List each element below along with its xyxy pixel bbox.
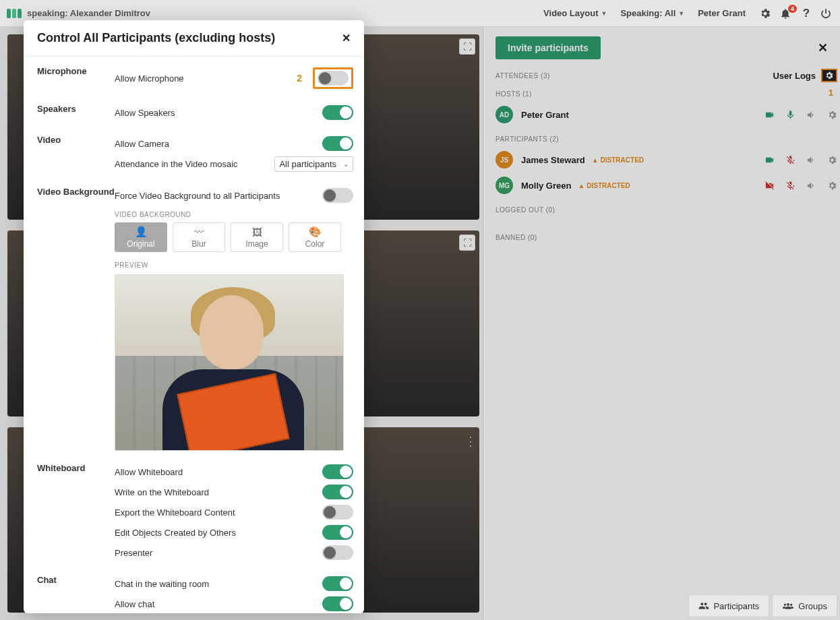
row-export-whiteboard: Export the Whiteboard Content (115, 507, 322, 518)
app-logo (7, 9, 22, 18)
palette-icon: 🎨 (309, 226, 322, 238)
group-microphone: Microphone (37, 65, 115, 92)
settings-icon[interactable] (759, 7, 773, 20)
group-whiteboard: Whiteboard (37, 462, 115, 563)
notification-badge: 4 (788, 5, 797, 13)
notifications-icon[interactable]: 4 (779, 7, 793, 20)
row-force-bg: Force Video Background to all Participan… (115, 191, 322, 201)
attendance-mosaic-select[interactable]: All participants ⌄ (274, 156, 353, 172)
bg-option-original[interactable]: 👤 Original (115, 222, 167, 252)
toggle-allow-camera[interactable] (322, 136, 353, 151)
speaking-filter-menu[interactable]: Speaking: All ▼ (620, 8, 684, 18)
highlighted-toggle-box (313, 67, 353, 89)
toggle-allow-speakers[interactable] (322, 105, 353, 120)
group-video: Video (37, 133, 115, 175)
annotation-2: 2 (297, 73, 302, 84)
row-write-whiteboard: Write on the Whiteboard (115, 487, 322, 497)
control-participants-modal: Control All Participants (excluding host… (24, 20, 364, 613)
blur-icon: 〰 (194, 226, 204, 238)
row-allow-mic: Allow Microphone (115, 73, 297, 84)
speaking-label: speaking: Alexander Dimitrov (27, 8, 150, 18)
bottom-tabs: Participants Groups (686, 592, 840, 620)
row-edit-objects: Edit Objects Created by Others (115, 528, 322, 538)
toggle-presenter[interactable] (322, 545, 353, 560)
toggle-allow-chat[interactable] (322, 596, 353, 611)
tab-groups-label: Groups (798, 601, 827, 611)
toggle-force-bg[interactable] (322, 188, 353, 203)
video-layout-menu[interactable]: Video Layout ▼ (543, 8, 607, 18)
tab-participants[interactable]: Participants (688, 594, 769, 617)
bg-option-image[interactable]: 🖼 Image (231, 222, 283, 252)
tab-participants-label: Participants (713, 601, 759, 611)
row-allow-camera: Allow Camera (115, 139, 322, 149)
bg-option-color[interactable]: 🎨 Color (289, 222, 341, 252)
video-bg-subhead: VIDEO BACKGROUND (115, 211, 353, 218)
power-icon[interactable] (820, 7, 833, 20)
chevron-down-icon: ⌄ (343, 160, 349, 168)
row-allow-whiteboard: Allow Whiteboard (115, 467, 322, 477)
group-chat: Chat (37, 574, 115, 613)
row-allow-speakers: Allow Speakers (115, 108, 322, 118)
person-icon: 👤 (135, 226, 148, 238)
current-user-label: Peter Grant (698, 8, 746, 18)
caret-down-icon: ▼ (678, 10, 684, 17)
video-layout-label: Video Layout (543, 8, 598, 18)
toggle-allow-mic[interactable] (318, 71, 349, 86)
bg-option-blur[interactable]: 〰 Blur (173, 222, 225, 252)
toggle-allow-whiteboard[interactable] (322, 464, 353, 479)
select-value: All participants (279, 159, 336, 169)
modal-title: Control All Participants (excluding host… (37, 31, 275, 45)
group-video-bg: Video Background (37, 185, 115, 451)
tab-groups[interactable]: Groups (772, 594, 837, 617)
close-modal-icon[interactable]: ✕ (342, 32, 351, 44)
toggle-edit-objects[interactable] (322, 525, 353, 540)
toggle-export-whiteboard[interactable] (322, 505, 353, 520)
image-icon: 🖼 (252, 226, 262, 238)
toggle-chat-waiting[interactable] (322, 576, 353, 591)
help-icon[interactable]: ? (800, 7, 813, 20)
caret-down-icon: ▼ (601, 10, 607, 17)
speaking-filter-label: Speaking: All (620, 8, 676, 18)
row-chat-waiting: Chat in the waiting room (115, 579, 322, 589)
row-presenter: Presenter (115, 548, 322, 558)
toggle-write-whiteboard[interactable] (322, 485, 353, 499)
preview-subhead: PREVIEW (115, 261, 353, 269)
row-allow-chat: Allow chat (115, 599, 322, 609)
row-attendance-mosaic: Attendance in the Video mosaic (115, 159, 274, 169)
group-speakers: Speakers (37, 102, 115, 123)
video-bg-preview (115, 274, 344, 451)
